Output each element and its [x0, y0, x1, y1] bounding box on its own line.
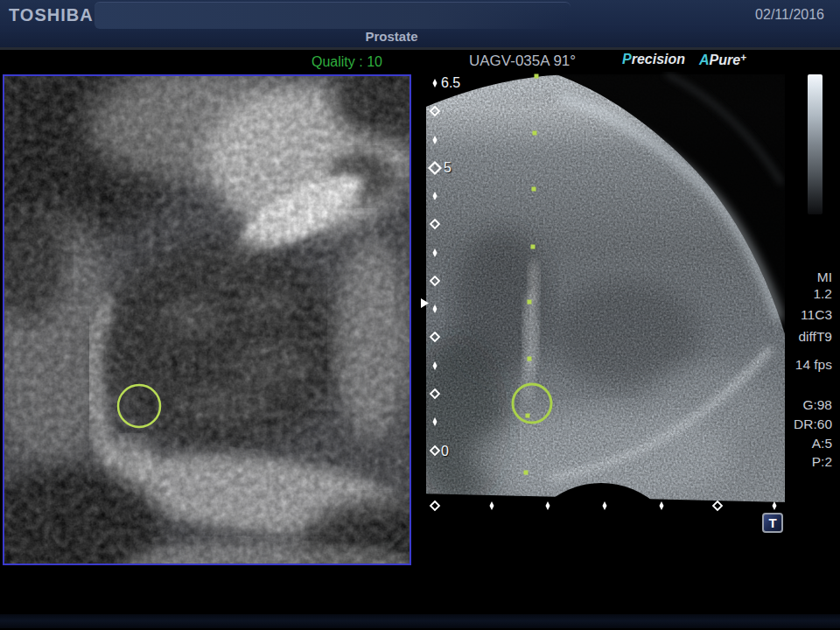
grayscale-bar — [808, 74, 822, 214]
mri-image — [4, 76, 410, 564]
gain-label: G:98 — [802, 397, 832, 413]
depth-label-bottom: 0 — [441, 444, 449, 459]
precision-logo-rest: recision — [632, 52, 685, 66]
depth-label-top: 6.5 — [441, 75, 460, 91]
ultrasound-screen: TOSHIBA 02/11/2016 Prostate Quality : 10… — [0, 0, 840, 630]
acoustic-label: A:5 — [812, 436, 832, 452]
depth-label-mid: 5 — [444, 160, 452, 176]
apure-logo-initial: A — [699, 52, 710, 67]
persistence-label: P:2 — [812, 454, 832, 470]
mri-anatomy-art — [4, 76, 410, 564]
toshiba-logo: TOSHIBA — [9, 5, 94, 25]
exam-date: 02/11/2016 — [755, 7, 824, 23]
exam-preset-title: Prostate — [332, 29, 451, 44]
dynamic-range-label: DR:60 — [794, 416, 832, 432]
mri-fusion-panel[interactable] — [3, 74, 411, 565]
top-status-bar: TOSHIBA 02/11/2016 Prostate — [0, 0, 840, 50]
apure-logo: APure+ — [699, 52, 746, 68]
transducer-label: 11C3 — [801, 307, 832, 323]
mi-value: 1.2 — [813, 286, 832, 302]
ultrasound-image — [419, 72, 785, 567]
ultrasound-live-panel[interactable] — [419, 72, 785, 567]
fusion-quality-label: Quality : 10 — [312, 54, 382, 70]
ultrasound-tissue-art — [419, 72, 785, 567]
apure-logo-rest: Pure — [710, 52, 741, 67]
mi-label: MI — [817, 270, 832, 285]
precision-logo: Precision — [622, 52, 685, 67]
frame-rate-label: 14 fps — [795, 357, 832, 373]
orientation-t-icon: T — [762, 513, 783, 533]
precision-logo-initial: P — [622, 52, 632, 66]
top-bar-inset-panel — [94, 2, 570, 29]
preset-label: diffT9 — [799, 329, 833, 345]
bottom-bar — [0, 614, 840, 628]
probe-angle-label: UAGV-035A 91° — [469, 52, 576, 70]
apure-logo-plus: + — [740, 52, 746, 64]
